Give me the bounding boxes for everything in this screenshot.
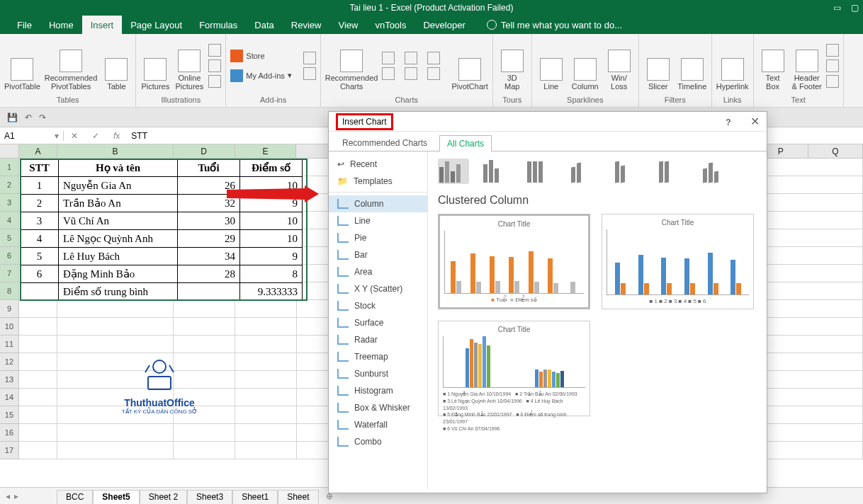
chart-cat-pie[interactable]: Pie (329, 229, 427, 246)
preview-3[interactable]: Chart Title ■ 1 Nguyễn Gia An 10/10/1994… (438, 321, 590, 416)
btn-store[interactable]: Store (230, 50, 291, 62)
subtype-100-stacked[interactable] (526, 159, 557, 184)
smartart-icon[interactable] (208, 59, 221, 72)
subtype-3d-stacked[interactable] (614, 159, 645, 184)
tab-insert[interactable]: Insert (82, 16, 123, 34)
dlg-tab-recommended[interactable]: Recommended Charts (334, 134, 435, 151)
tab-home[interactable]: Home (40, 16, 82, 34)
sheet-tab-BCC[interactable]: BCC (57, 490, 93, 504)
cell[interactable] (235, 442, 297, 459)
maximize-icon[interactable]: ▢ (851, 3, 859, 13)
wordart-icon[interactable] (826, 44, 839, 57)
cell[interactable] (19, 442, 57, 459)
name-box[interactable]: A1▾ (0, 131, 64, 141)
row-hdr-2[interactable]: 2 (0, 176, 19, 194)
btn-pictures[interactable]: Pictures (140, 41, 170, 91)
tell-me[interactable]: Tell me what you want to do... (487, 20, 622, 30)
row-hdr-6[interactable]: 6 (0, 247, 19, 265)
sheet-tab-Sheet 2[interactable]: Sheet 2 (140, 490, 187, 504)
cell[interactable] (19, 424, 57, 442)
tab-page-layout[interactable]: Page Layout (122, 16, 191, 34)
row-hdr-8[interactable]: 8 (0, 282, 19, 300)
cell[interactable] (57, 336, 174, 353)
chart-cat-bar[interactable]: Bar (329, 246, 427, 263)
chart-cat-histogram[interactable]: Histogram (329, 382, 427, 399)
chart-cat-surface[interactable]: Surface (329, 314, 427, 331)
line-chart-icon[interactable] (405, 52, 417, 64)
col-chart-icon[interactable] (382, 52, 395, 64)
save-icon[interactable]: 💾 (7, 113, 18, 122)
chart-cat-box-whisker[interactable]: Box & Whisker (329, 399, 427, 416)
btn-timeline[interactable]: Timeline (677, 41, 707, 91)
cell[interactable] (19, 371, 57, 389)
cell[interactable] (235, 389, 297, 406)
row-hdr-12[interactable]: 12 (0, 353, 19, 371)
tab-view[interactable]: View (329, 16, 366, 34)
cell[interactable] (57, 300, 174, 318)
sheet-nav-last-icon[interactable]: ▸ (14, 491, 18, 501)
row-hdr-9[interactable]: 9 (0, 300, 19, 318)
close-icon[interactable]: ✕ (750, 115, 760, 127)
btn-rec-charts[interactable]: Recommended Charts (325, 41, 378, 91)
btn-pivottable[interactable]: PivotTable (4, 41, 40, 91)
cell[interactable] (235, 318, 297, 336)
redo-icon[interactable]: ↷ (39, 113, 46, 122)
screenshot-icon[interactable] (208, 75, 221, 88)
row-hdr-7[interactable]: 7 (0, 265, 19, 282)
cell[interactable] (174, 300, 235, 318)
people-icon[interactable] (303, 67, 316, 80)
col-hdr-Q[interactable]: Q (808, 144, 863, 158)
btn-header-footer[interactable]: Header & Footer (792, 41, 822, 91)
enter-icon[interactable]: ✓ (85, 131, 106, 141)
row-hdr-13[interactable]: 13 (0, 371, 19, 389)
subtype-3d-clustered[interactable] (570, 159, 601, 184)
subtype-clustered-column[interactable] (438, 159, 469, 184)
btn-hyperlink[interactable]: Hyperlink (716, 41, 749, 91)
btn-slicer[interactable]: Slicer (643, 41, 673, 91)
cell[interactable] (235, 336, 297, 353)
row-hdr-11[interactable]: 11 (0, 336, 19, 353)
chart-cat-column[interactable]: Column (329, 195, 427, 212)
scatter-chart-icon[interactable] (427, 67, 440, 80)
chart-cat-recent[interactable]: ↩Recent (329, 156, 427, 173)
btn-spark-line[interactable]: Line (536, 41, 566, 91)
chart-cat-radar[interactable]: Radar (329, 331, 427, 348)
subtype-3d-100[interactable] (658, 159, 689, 184)
btn-spark-winloss[interactable]: Win/ Loss (604, 41, 634, 91)
subtype-stacked-column[interactable] (482, 159, 513, 184)
cell[interactable] (19, 318, 57, 336)
row-hdr-17[interactable]: 17 (0, 442, 19, 459)
col-hdr-E[interactable]: E (235, 144, 297, 158)
cell[interactable] (235, 300, 297, 318)
cell[interactable] (174, 442, 235, 459)
subtype-3d-column[interactable] (701, 159, 733, 184)
sheet-tab-Sheet3[interactable]: Sheet3 (187, 490, 232, 504)
row-hdr-3[interactable]: 3 (0, 194, 19, 212)
row-hdr-1[interactable]: 1 (0, 159, 19, 176)
chart-cat-treemap[interactable]: Treemap (329, 348, 427, 365)
tab-vntools[interactable]: vnTools (366, 16, 414, 34)
chart-cat-stock[interactable]: Stock (329, 297, 427, 314)
cell[interactable] (235, 371, 297, 389)
chart-cat-line[interactable]: Line (329, 212, 427, 229)
tab-developer[interactable]: Developer (414, 16, 473, 34)
cell[interactable] (19, 406, 57, 424)
cell[interactable] (235, 353, 297, 371)
tab-formulas[interactable]: Formulas (191, 16, 246, 34)
chart-cat-x-y-scatter-[interactable]: X Y (Scatter) (329, 280, 427, 297)
minimize-icon[interactable]: ▭ (833, 3, 841, 13)
bing-icon[interactable] (303, 52, 316, 64)
chart-cat-waterfall[interactable]: Waterfall (329, 416, 427, 433)
btn-table[interactable]: Table (101, 41, 131, 91)
tab-file[interactable]: File (9, 16, 40, 34)
row-hdr-14[interactable]: 14 (0, 389, 19, 406)
tab-review[interactable]: Review (283, 16, 330, 34)
col-hdr-A[interactable]: A (19, 144, 57, 158)
chart-cat-sunburst[interactable]: Sunburst (329, 365, 427, 382)
shapes-icon[interactable] (208, 44, 221, 57)
signature-icon[interactable] (826, 59, 839, 72)
cell[interactable] (174, 318, 235, 336)
cell[interactable] (174, 424, 235, 442)
preview-1[interactable]: Chart Title ■ Tuổi ■ Điểm số (438, 214, 590, 309)
pie-chart-icon[interactable] (427, 52, 440, 64)
